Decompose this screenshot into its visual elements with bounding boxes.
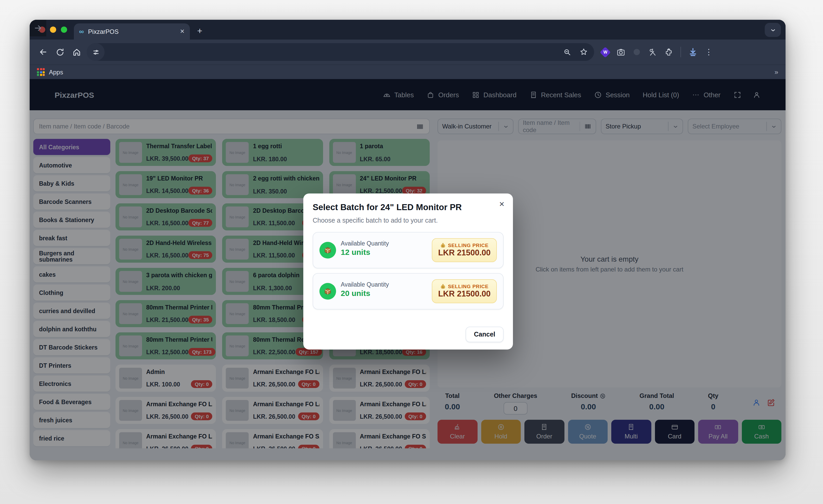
batch-list: Available Quantity12 units$SELLING PRICE… bbox=[313, 232, 504, 310]
tab-favicon-icon: ∞ bbox=[79, 28, 84, 35]
package-icon bbox=[319, 242, 336, 259]
tab-title: PixzarPOS bbox=[88, 28, 176, 35]
screenshot-extension-icon[interactable] bbox=[617, 47, 625, 56]
browser-toolbar: W ⋮ bbox=[30, 39, 786, 64]
extensions-puzzle-icon[interactable] bbox=[664, 47, 673, 56]
available-quantity-label: Available Quantity bbox=[341, 240, 389, 246]
svg-text:$: $ bbox=[443, 245, 444, 247]
desktop: ∞ PixzarPOS ✕ + W bbox=[0, 0, 823, 504]
address-bar[interactable] bbox=[87, 43, 594, 61]
site-settings-icon[interactable] bbox=[87, 43, 105, 61]
keys-extension-icon[interactable] bbox=[648, 47, 657, 56]
disabled-extension-icon[interactable] bbox=[633, 48, 641, 56]
modal-subtitle: Choose a specific batch to add to your c… bbox=[313, 217, 504, 224]
app-viewport: PixzarPOS TablesOrdersDashboardRecent Sa… bbox=[30, 79, 786, 460]
cancel-button[interactable]: Cancel bbox=[466, 327, 504, 342]
select-batch-modal: ✕ Select Batch for 24" LED Monitor PR Ch… bbox=[303, 193, 513, 349]
close-icon[interactable]: ✕ bbox=[499, 200, 505, 208]
svg-text:$: $ bbox=[443, 286, 444, 289]
selling-price-badge: $SELLING PRICELKR 21500.00 bbox=[432, 238, 497, 262]
money-bag-icon: $ bbox=[440, 242, 446, 248]
available-quantity-value: 20 units bbox=[341, 289, 370, 298]
reload-icon[interactable] bbox=[51, 44, 68, 60]
forward-icon[interactable] bbox=[30, 20, 46, 36]
batch-option[interactable]: Available Quantity12 units$SELLING PRICE… bbox=[313, 232, 504, 269]
new-tab-button[interactable]: + bbox=[197, 26, 202, 36]
extensions-row: W ⋮ bbox=[601, 47, 713, 57]
available-quantity-label: Available Quantity bbox=[341, 281, 389, 288]
tab-close-icon[interactable]: ✕ bbox=[180, 28, 185, 35]
browser-tab[interactable]: ∞ PixzarPOS ✕ bbox=[74, 23, 190, 39]
apps-grid-icon bbox=[37, 68, 45, 76]
money-bag-icon: $ bbox=[440, 284, 446, 289]
browser-window: ∞ PixzarPOS ✕ + W bbox=[30, 20, 786, 460]
downloads-icon[interactable] bbox=[688, 47, 698, 57]
batch-option[interactable]: Available Quantity20 units$SELLING PRICE… bbox=[313, 273, 504, 310]
selling-price-label: $SELLING PRICE bbox=[438, 284, 491, 289]
bookmarks-overflow-icon[interactable]: » bbox=[775, 68, 778, 76]
zoom-page-icon[interactable] bbox=[563, 48, 571, 56]
wappalyzer-extension-icon[interactable]: W bbox=[600, 46, 611, 57]
apps-bookmark[interactable]: Apps bbox=[49, 68, 63, 76]
browser-tab-strip: ∞ PixzarPOS ✕ + bbox=[30, 20, 786, 39]
tab-search-chevron-icon[interactable] bbox=[765, 23, 781, 37]
minimize-window-button[interactable] bbox=[50, 26, 56, 33]
selling-price-value: LKR 21500.00 bbox=[438, 248, 491, 257]
browser-menu-icon[interactable]: ⋮ bbox=[705, 47, 713, 57]
bookmark-star-icon[interactable] bbox=[580, 48, 588, 56]
available-quantity-value: 12 units bbox=[341, 247, 370, 257]
back-icon[interactable] bbox=[35, 44, 51, 60]
selling-price-value: LKR 21500.00 bbox=[438, 289, 491, 298]
toolbar-divider bbox=[680, 47, 681, 57]
home-icon[interactable] bbox=[68, 44, 85, 60]
modal-title: Select Batch for 24" LED Monitor PR bbox=[313, 202, 504, 212]
package-icon bbox=[319, 283, 336, 300]
zoom-window-button[interactable] bbox=[61, 26, 67, 33]
bookmarks-bar: Apps » bbox=[30, 64, 786, 79]
selling-price-badge: $SELLING PRICELKR 21500.00 bbox=[432, 279, 497, 303]
selling-price-label: $SELLING PRICE bbox=[438, 242, 491, 248]
